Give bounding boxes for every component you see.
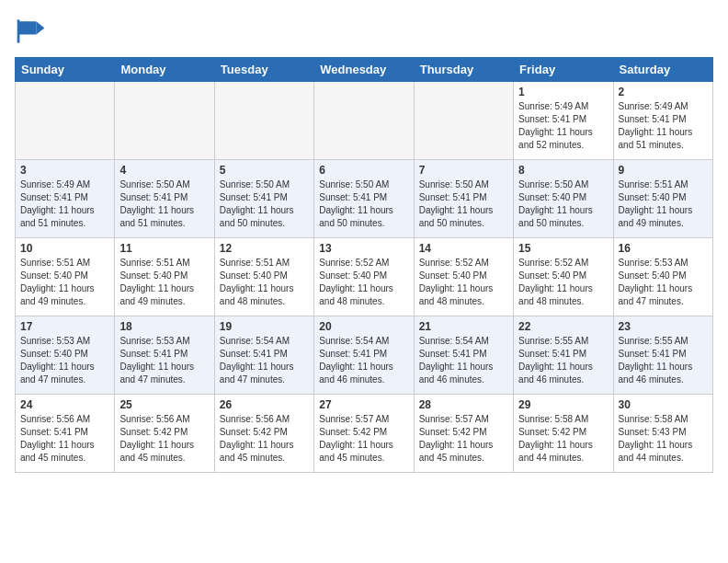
day-info: Sunrise: 5:56 AM Sunset: 5:41 PM Dayligh… bbox=[20, 413, 109, 465]
svg-marker-2 bbox=[36, 21, 44, 34]
weekday-header: Sunday bbox=[16, 58, 115, 82]
logo bbox=[15, 15, 51, 48]
logo-icon bbox=[15, 15, 48, 48]
day-cell: 23Sunrise: 5:55 AM Sunset: 5:41 PM Dayli… bbox=[613, 316, 712, 395]
day-info: Sunrise: 5:51 AM Sunset: 5:40 PM Dayligh… bbox=[220, 257, 309, 308]
day-cell: 13Sunrise: 5:52 AM Sunset: 5:40 PM Dayli… bbox=[314, 238, 414, 316]
day-number: 23 bbox=[619, 320, 708, 333]
day-info: Sunrise: 5:55 AM Sunset: 5:41 PM Dayligh… bbox=[619, 335, 708, 386]
svg-rect-1 bbox=[18, 21, 37, 34]
day-cell bbox=[414, 82, 513, 160]
day-cell bbox=[214, 82, 313, 160]
day-number: 7 bbox=[419, 164, 508, 177]
day-number: 18 bbox=[119, 320, 209, 333]
day-cell: 3Sunrise: 5:49 AM Sunset: 5:41 PM Daylig… bbox=[16, 160, 115, 238]
day-number: 22 bbox=[518, 320, 608, 333]
page: SundayMondayTuesdayWednesdayThursdayFrid… bbox=[0, 0, 728, 482]
day-number: 27 bbox=[319, 398, 408, 411]
day-cell: 26Sunrise: 5:56 AM Sunset: 5:42 PM Dayli… bbox=[214, 395, 313, 473]
day-number: 6 bbox=[319, 164, 408, 177]
day-info: Sunrise: 5:52 AM Sunset: 5:40 PM Dayligh… bbox=[419, 257, 508, 308]
day-number: 3 bbox=[20, 164, 109, 177]
day-cell: 24Sunrise: 5:56 AM Sunset: 5:41 PM Dayli… bbox=[16, 395, 115, 473]
day-cell: 25Sunrise: 5:56 AM Sunset: 5:42 PM Dayli… bbox=[115, 395, 214, 473]
day-info: Sunrise: 5:58 AM Sunset: 5:42 PM Dayligh… bbox=[518, 413, 608, 465]
day-number: 28 bbox=[419, 398, 508, 411]
weekday-header: Friday bbox=[514, 58, 613, 82]
day-number: 10 bbox=[20, 242, 109, 255]
day-number: 2 bbox=[619, 86, 708, 98]
day-number: 11 bbox=[119, 242, 209, 255]
weekday-header: Tuesday bbox=[214, 58, 313, 82]
day-cell: 1Sunrise: 5:49 AM Sunset: 5:41 PM Daylig… bbox=[514, 82, 613, 160]
day-cell bbox=[16, 82, 115, 160]
day-number: 12 bbox=[220, 242, 309, 255]
day-info: Sunrise: 5:58 AM Sunset: 5:43 PM Dayligh… bbox=[619, 413, 708, 465]
svg-rect-3 bbox=[17, 19, 20, 42]
day-cell: 4Sunrise: 5:50 AM Sunset: 5:41 PM Daylig… bbox=[115, 160, 214, 238]
day-cell: 2Sunrise: 5:49 AM Sunset: 5:41 PM Daylig… bbox=[613, 82, 712, 160]
day-cell: 17Sunrise: 5:53 AM Sunset: 5:40 PM Dayli… bbox=[16, 316, 115, 395]
day-number: 25 bbox=[119, 398, 209, 411]
weekday-header: Wednesday bbox=[314, 58, 414, 82]
day-cell: 22Sunrise: 5:55 AM Sunset: 5:41 PM Dayli… bbox=[514, 316, 613, 395]
day-info: Sunrise: 5:50 AM Sunset: 5:41 PM Dayligh… bbox=[220, 178, 309, 230]
day-number: 8 bbox=[518, 164, 608, 177]
day-cell: 16Sunrise: 5:53 AM Sunset: 5:40 PM Dayli… bbox=[613, 238, 712, 316]
day-cell: 15Sunrise: 5:52 AM Sunset: 5:40 PM Dayli… bbox=[514, 238, 613, 316]
day-cell bbox=[115, 82, 214, 160]
day-info: Sunrise: 5:57 AM Sunset: 5:42 PM Dayligh… bbox=[319, 413, 408, 465]
day-number: 13 bbox=[319, 242, 408, 255]
day-info: Sunrise: 5:55 AM Sunset: 5:41 PM Dayligh… bbox=[518, 335, 608, 386]
day-info: Sunrise: 5:50 AM Sunset: 5:41 PM Dayligh… bbox=[419, 178, 508, 230]
day-info: Sunrise: 5:52 AM Sunset: 5:40 PM Dayligh… bbox=[518, 257, 608, 308]
day-cell: 7Sunrise: 5:50 AM Sunset: 5:41 PM Daylig… bbox=[414, 160, 513, 238]
day-info: Sunrise: 5:49 AM Sunset: 5:41 PM Dayligh… bbox=[619, 100, 708, 152]
day-cell: 12Sunrise: 5:51 AM Sunset: 5:40 PM Dayli… bbox=[214, 238, 313, 316]
day-number: 4 bbox=[119, 164, 209, 177]
day-info: Sunrise: 5:52 AM Sunset: 5:40 PM Dayligh… bbox=[319, 257, 408, 308]
day-cell: 11Sunrise: 5:51 AM Sunset: 5:40 PM Dayli… bbox=[115, 238, 214, 316]
day-cell bbox=[314, 82, 414, 160]
day-info: Sunrise: 5:49 AM Sunset: 5:41 PM Dayligh… bbox=[20, 178, 109, 230]
day-cell: 29Sunrise: 5:58 AM Sunset: 5:42 PM Dayli… bbox=[514, 395, 613, 473]
day-cell: 19Sunrise: 5:54 AM Sunset: 5:41 PM Dayli… bbox=[214, 316, 313, 395]
day-number: 14 bbox=[419, 242, 508, 255]
day-info: Sunrise: 5:49 AM Sunset: 5:41 PM Dayligh… bbox=[518, 100, 608, 152]
day-cell: 18Sunrise: 5:53 AM Sunset: 5:41 PM Dayli… bbox=[115, 316, 214, 395]
weekday-header: Thursday bbox=[414, 58, 513, 82]
day-info: Sunrise: 5:51 AM Sunset: 5:40 PM Dayligh… bbox=[619, 178, 708, 230]
day-cell: 14Sunrise: 5:52 AM Sunset: 5:40 PM Dayli… bbox=[414, 238, 513, 316]
day-cell: 20Sunrise: 5:54 AM Sunset: 5:41 PM Dayli… bbox=[314, 316, 414, 395]
day-info: Sunrise: 5:51 AM Sunset: 5:40 PM Dayligh… bbox=[119, 257, 209, 308]
weekday-header: Monday bbox=[115, 58, 214, 82]
day-number: 16 bbox=[619, 242, 708, 255]
day-cell: 5Sunrise: 5:50 AM Sunset: 5:41 PM Daylig… bbox=[214, 160, 313, 238]
week-row: 1Sunrise: 5:49 AM Sunset: 5:41 PM Daylig… bbox=[16, 82, 713, 160]
day-number: 19 bbox=[220, 320, 309, 333]
day-info: Sunrise: 5:54 AM Sunset: 5:41 PM Dayligh… bbox=[319, 335, 408, 386]
day-info: Sunrise: 5:54 AM Sunset: 5:41 PM Dayligh… bbox=[220, 335, 309, 386]
weekday-header: Saturday bbox=[613, 58, 712, 82]
day-info: Sunrise: 5:56 AM Sunset: 5:42 PM Dayligh… bbox=[220, 413, 309, 465]
day-cell: 30Sunrise: 5:58 AM Sunset: 5:43 PM Dayli… bbox=[613, 395, 712, 473]
day-cell: 6Sunrise: 5:50 AM Sunset: 5:41 PM Daylig… bbox=[314, 160, 414, 238]
day-info: Sunrise: 5:57 AM Sunset: 5:42 PM Dayligh… bbox=[419, 413, 508, 465]
day-number: 15 bbox=[518, 242, 608, 255]
day-cell: 10Sunrise: 5:51 AM Sunset: 5:40 PM Dayli… bbox=[16, 238, 115, 316]
day-number: 30 bbox=[619, 398, 708, 411]
header bbox=[15, 15, 713, 48]
day-number: 20 bbox=[319, 320, 408, 333]
day-info: Sunrise: 5:56 AM Sunset: 5:42 PM Dayligh… bbox=[119, 413, 209, 465]
day-info: Sunrise: 5:53 AM Sunset: 5:40 PM Dayligh… bbox=[619, 257, 708, 308]
day-number: 5 bbox=[220, 164, 309, 177]
day-cell: 21Sunrise: 5:54 AM Sunset: 5:41 PM Dayli… bbox=[414, 316, 513, 395]
day-info: Sunrise: 5:54 AM Sunset: 5:41 PM Dayligh… bbox=[419, 335, 508, 386]
day-number: 21 bbox=[419, 320, 508, 333]
week-row: 17Sunrise: 5:53 AM Sunset: 5:40 PM Dayli… bbox=[16, 316, 713, 395]
day-info: Sunrise: 5:50 AM Sunset: 5:40 PM Dayligh… bbox=[518, 178, 608, 230]
day-info: Sunrise: 5:53 AM Sunset: 5:41 PM Dayligh… bbox=[119, 335, 209, 386]
day-cell: 27Sunrise: 5:57 AM Sunset: 5:42 PM Dayli… bbox=[314, 395, 414, 473]
day-cell: 9Sunrise: 5:51 AM Sunset: 5:40 PM Daylig… bbox=[613, 160, 712, 238]
calendar: SundayMondayTuesdayWednesdayThursdayFrid… bbox=[15, 57, 713, 473]
